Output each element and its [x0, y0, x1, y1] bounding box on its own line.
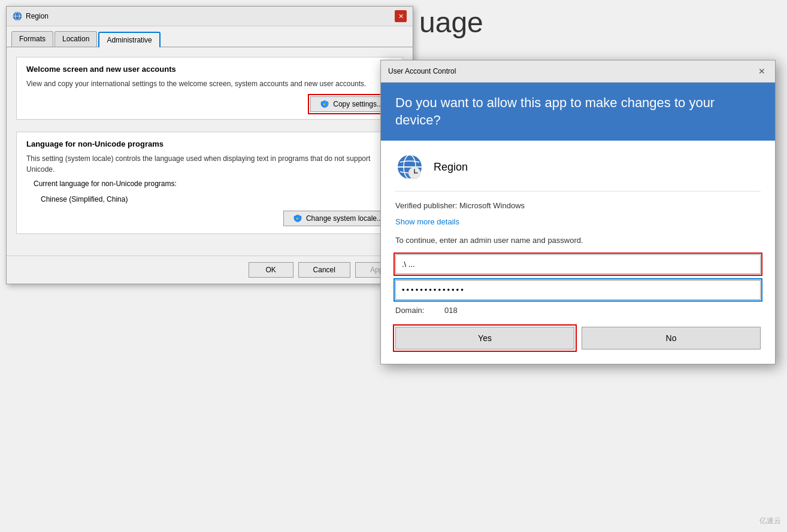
uac-footer: Yes No	[395, 327, 761, 352]
uac-body: Region Verified publisher: Microsoft Win…	[381, 141, 775, 364]
domain-row: Domain: 018	[395, 306, 761, 315]
uac-title: User Account Control	[388, 67, 456, 75]
welcome-section: Welcome screen and new user accounts Vie…	[16, 57, 403, 120]
continue-text: To continue, enter an admin user name an…	[395, 236, 761, 245]
titlebar-left: Region	[13, 11, 49, 21]
tab-formats[interactable]: Formats	[11, 31, 53, 47]
current-locale-value: Chinese (Simplified, China)	[41, 195, 128, 203]
password-input[interactable]	[395, 280, 761, 300]
current-locale-value-row: Chinese (Simplified, China)	[26, 195, 393, 203]
app-name: Region	[434, 161, 468, 174]
region-title: Region	[26, 12, 49, 20]
change-locale-label: Change system locale...	[306, 214, 383, 223]
username-input[interactable]	[395, 254, 761, 274]
uac-dialog: User Account Control ✕ Do you want to al…	[380, 60, 776, 364]
uac-header-title: Do you want to allow this app to make ch…	[395, 95, 761, 129]
domain-label: Domain:	[395, 306, 424, 315]
locale-description: This setting (system locale) controls th…	[26, 153, 393, 175]
region-close-button[interactable]: ✕	[395, 10, 407, 22]
uac-titlebar: User Account Control ✕	[381, 60, 775, 83]
yes-button[interactable]: Yes	[395, 327, 574, 349]
shield-icon-2: ★	[293, 214, 302, 223]
tab-administrative[interactable]: Administrative	[98, 32, 160, 47]
shield-icon: ★	[320, 100, 329, 108]
copy-settings-label: Copy settings...	[333, 100, 383, 108]
region-dialog: Region ✕ Formats Location Administrative…	[6, 6, 413, 284]
language-section: Language for non-Unicode programs This s…	[16, 132, 403, 234]
tab-bar: Formats Location Administrative	[7, 26, 413, 47]
app-globe-icon	[395, 153, 424, 181]
uac-header: Do you want to allow this app to make ch…	[381, 83, 775, 141]
app-info-row: Region	[395, 153, 761, 191]
region-titlebar: Region ✕	[7, 7, 413, 26]
ok-button[interactable]: OK	[249, 262, 293, 278]
welcome-text: View and copy your international setting…	[26, 78, 393, 89]
username-field-wrapper	[395, 254, 761, 274]
welcome-title: Welcome screen and new user accounts	[26, 65, 393, 74]
change-locale-button[interactable]: ★ Change system locale...	[283, 211, 393, 226]
dialog-content: Welcome screen and new user accounts Vie…	[7, 47, 413, 256]
background-text: uage	[419, 6, 483, 39]
current-locale-row: Current language for non-Unicode program…	[26, 180, 393, 188]
domain-value: 018	[444, 306, 458, 315]
show-details-link[interactable]: Show more details	[395, 217, 459, 226]
tab-location[interactable]: Location	[55, 31, 97, 47]
uac-close-button[interactable]: ✕	[756, 65, 768, 77]
dialog-footer: OK Cancel Apply	[7, 256, 413, 284]
region-icon	[13, 11, 22, 21]
language-title: Language for non-Unicode programs	[26, 139, 393, 148]
publisher-row: Verified publisher: Microsoft Windows	[395, 201, 761, 210]
cancel-button[interactable]: Cancel	[298, 262, 350, 278]
current-locale-label: Current language for non-Unicode program…	[34, 180, 177, 188]
password-field-wrapper	[395, 280, 761, 300]
watermark: 亿速云	[759, 516, 781, 526]
no-button[interactable]: No	[582, 327, 761, 349]
